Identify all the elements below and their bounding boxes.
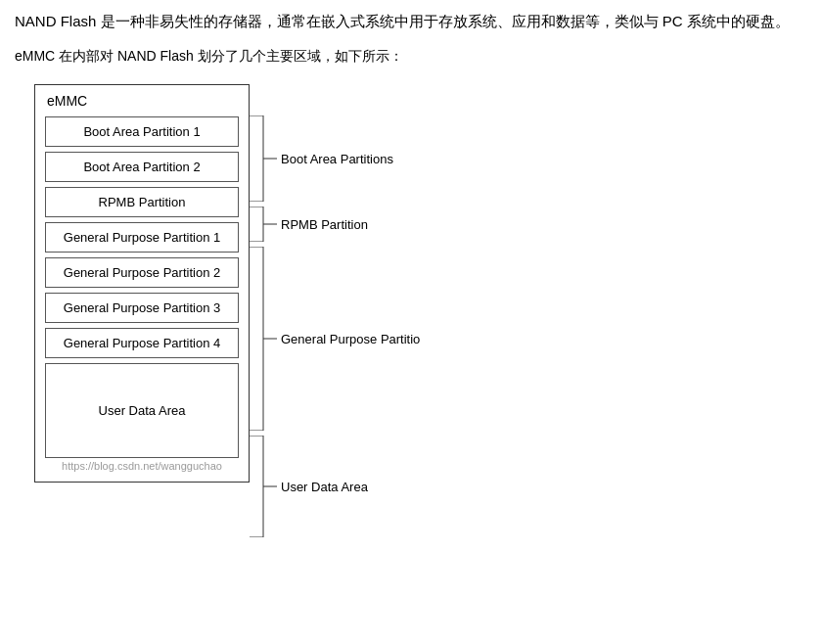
rpmb-bracket-svg — [250, 207, 277, 242]
brackets-container: Boot Area Partitions RPMB Partition Gene… — [250, 84, 420, 537]
uda-bracket-group: User Data Area — [250, 436, 420, 537]
uda-label: User Data Area — [281, 480, 368, 494]
partition-boot-1: Boot Area Partition 1 — [45, 116, 239, 147]
gpp-label: General Purpose Partitio — [281, 332, 420, 346]
partition-user-data: User Data Area — [45, 363, 239, 458]
gpp-bracket-svg — [250, 247, 277, 431]
diagram-container: eMMC Boot Area Partition 1 Boot Area Par… — [34, 84, 808, 537]
uda-bracket-svg — [250, 436, 277, 537]
gpp-bracket-group: General Purpose Partitio — [250, 247, 420, 431]
boot-label: Boot Area Partitions — [281, 152, 393, 166]
partition-gpp-3: General Purpose Partition 3 — [45, 293, 239, 323]
emmc-label: eMMC — [45, 93, 239, 109]
rpmb-label: RPMB Partition — [281, 217, 368, 232]
emmc-box: eMMC Boot Area Partition 1 Boot Area Par… — [34, 84, 250, 483]
page-subtitle: eMMC 在内部对 NAND Flash 划分了几个主要区域，如下所示： — [15, 45, 808, 67]
partition-gpp-2: General Purpose Partition 2 — [45, 257, 239, 288]
partition-rpmb: RPMB Partition — [45, 187, 239, 217]
boot-bracket-svg — [250, 115, 277, 202]
partition-boot-2: Boot Area Partition 2 — [45, 152, 239, 182]
partition-gpp-1: General Purpose Partition 1 — [45, 222, 239, 253]
boot-bracket-group: Boot Area Partitions — [250, 115, 420, 202]
watermark: https://blog.csdn.net/wangguchao — [45, 460, 239, 472]
rpmb-bracket-group: RPMB Partition — [250, 207, 420, 242]
partition-gpp-4: General Purpose Partition 4 — [45, 328, 239, 358]
page-title: NAND Flash 是一种非易失性的存储器，通常在嵌入式系统中用于存放系统、应… — [15, 10, 808, 33]
